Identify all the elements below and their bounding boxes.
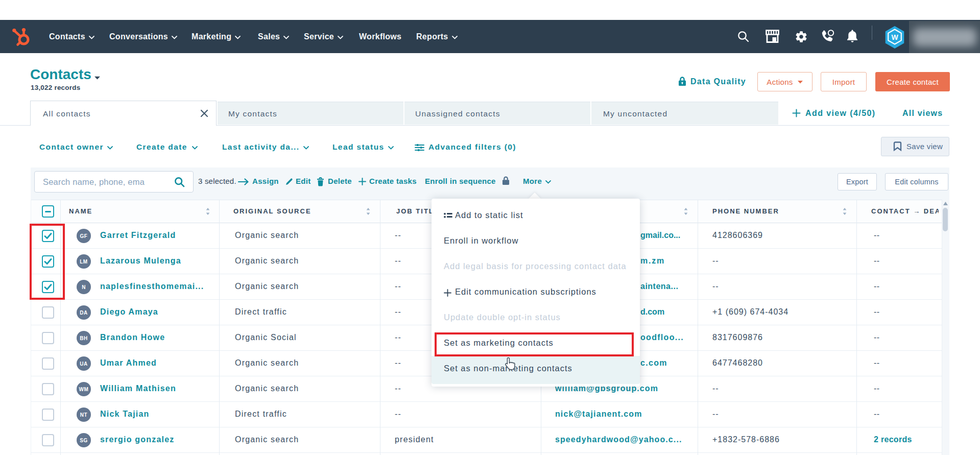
- svg-text:W: W: [891, 33, 898, 41]
